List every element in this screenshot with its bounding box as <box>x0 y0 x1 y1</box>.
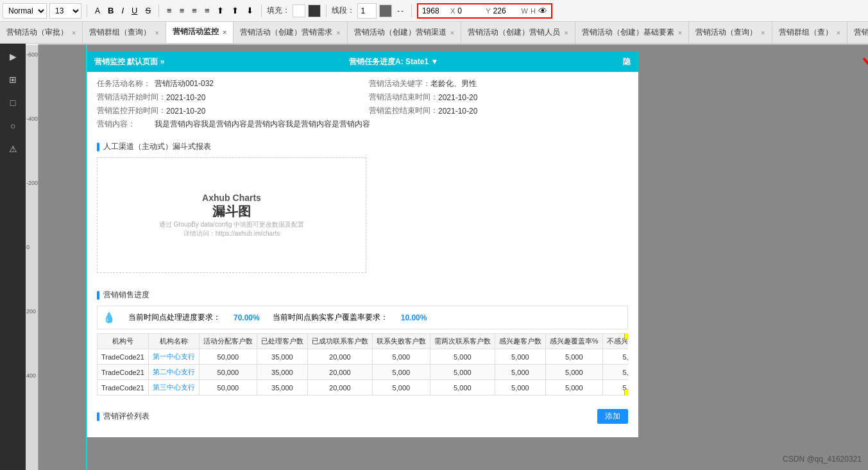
align-right-btn[interactable]: ≡ <box>189 3 200 19</box>
table-cell: 20,000 <box>307 380 372 396</box>
tab-close-9[interactable]: × <box>837 29 840 37</box>
keywords-value: 老龄化、男性 <box>430 78 477 89</box>
tab-close-7[interactable]: × <box>678 29 682 37</box>
canvas-scroll[interactable]: 营销监控 默认页面 » 营销任务进度A: State1 ▼ 隐 任务活动名称： … <box>38 45 868 470</box>
v-ruler-neg600: -600 <box>26 51 38 58</box>
divider3 <box>261 4 262 17</box>
w-coord-input[interactable] <box>493 6 519 15</box>
table-cell[interactable]: 第一中心支行 <box>148 349 199 365</box>
fill-color-btn[interactable] <box>308 4 321 17</box>
align-top-btn[interactable]: ⬆ <box>214 3 226 19</box>
tab-close-6[interactable]: × <box>564 29 568 37</box>
line-color-btn[interactable] <box>379 4 392 17</box>
line-width-input[interactable] <box>357 3 377 19</box>
page-header-right[interactable]: 隐 <box>623 57 631 67</box>
left-sidebar: ▶ ⊞ □ ○ ⚠ <box>0 44 26 470</box>
tab-close-3[interactable]: × <box>223 28 226 36</box>
v-ruler-200: 200 <box>26 308 36 315</box>
main-area: ▶ ⊞ □ ○ ⚠ 0 200 400 600 800 1000 1200 14… <box>0 44 868 470</box>
y-coord-input[interactable] <box>457 6 483 15</box>
w-label: W <box>522 7 528 15</box>
tab-activity-query[interactable]: 营销活动（查询） × <box>689 22 772 44</box>
col-two-contact: 需两次联系客户数 <box>430 334 495 349</box>
col-failed-contact: 联系失败客户数 <box>372 334 430 349</box>
content-row: 营销内容： 我是营销内容我是营销内容是营销内容我是营销内容是营销内容 <box>97 119 628 130</box>
tab-activity-monitor[interactable]: 营销活动监控 × <box>166 22 234 44</box>
tab-activity-create-person[interactable]: 营销活动（创建）营销人员 × <box>461 22 575 44</box>
table-cell: 20,000 <box>307 365 372 380</box>
align-bottom-btn[interactable]: ⬇ <box>244 3 256 19</box>
table-cell: 5,000 <box>495 349 545 365</box>
table-cell[interactable]: 第三中心支行 <box>148 380 199 396</box>
tab-close-8[interactable]: × <box>761 29 765 37</box>
italic-btn[interactable]: I <box>119 3 126 19</box>
table-cell: 5,000 <box>372 349 430 365</box>
tab-activity-create-channel[interactable]: 营销活动（创建）营销渠道 × <box>348 22 461 44</box>
table-cell: 5,000 <box>545 365 602 380</box>
activity-name-row: 任务活动名称： 营销活动001-032 <box>97 78 356 89</box>
coord-box: X Y W H 👁 <box>417 3 552 19</box>
canvas-col: 0 200 400 600 800 1000 1200 1400 1600 18… <box>26 44 868 470</box>
content-value: 我是营销内容我是营销内容是营销内容我是营销内容是营销内容 <box>155 119 370 130</box>
monitor-start-row: 营销监控开始时间： 2021-10-20 <box>97 105 356 116</box>
end-time-label: 营销活动结束时间： <box>369 92 438 103</box>
tab-activity-create-basic[interactable]: 营销活动（创建）基础要素 × <box>575 22 689 44</box>
divider1 <box>87 4 87 17</box>
current-customer-value: 10.00% <box>401 313 427 322</box>
align-center-btn[interactable]: ≡ <box>177 3 187 19</box>
tool-circle[interactable]: ○ <box>3 116 23 136</box>
funnel-section: 人工渠道（主动式）漏斗式报表 Axhub Charts 漏斗图 通过 Group… <box>87 141 638 284</box>
page-header-bar: 营销监控 默认页面 » 营销任务进度A: State1 ▼ 隐 <box>87 51 638 72</box>
align-middle-btn[interactable]: ⬆ <box>229 3 241 19</box>
table-cell: 35,000 <box>257 365 307 380</box>
monitor-start-value: 2021-10-20 <box>166 107 205 116</box>
y-label: Y <box>486 7 490 15</box>
align-justify-btn[interactable]: ≡ <box>202 3 212 19</box>
font-size-select[interactable]: 13 <box>49 3 81 19</box>
tool-select[interactable]: ▶ <box>3 46 23 67</box>
eye-icon: 👁 <box>538 6 547 16</box>
v-ruler-0: 0 <box>26 244 30 250</box>
tab-group-query[interactable]: 营销群组（查询） × <box>83 22 166 44</box>
table-row: TradeCode21第三中心支行50,00035,00020,0005,000… <box>98 380 629 396</box>
tab-activity-audit[interactable]: 营销活动（审批） × <box>0 22 83 44</box>
tab-close-2[interactable]: × <box>155 29 158 37</box>
underline-btn[interactable]: U <box>129 3 140 19</box>
font-color-btn[interactable]: A <box>92 3 103 19</box>
align-left-btn[interactable]: ≡ <box>164 3 174 19</box>
canvas-body: -600 -400 -200 0 200 400 <box>26 45 868 470</box>
tab-close-1[interactable]: × <box>72 29 76 37</box>
divider4 <box>326 4 327 17</box>
tool-grid[interactable]: ⊞ <box>3 69 23 90</box>
x-coord-input[interactable] <box>422 6 448 15</box>
col-allocated: 活动分配客户数 <box>199 334 257 349</box>
tab-close-5[interactable]: × <box>450 29 454 37</box>
v-ruler-400: 400 <box>26 372 36 379</box>
tab-close-4[interactable]: × <box>336 29 340 37</box>
end-time-value: 2021-10-20 <box>438 93 477 102</box>
tab-group3[interactable]: 营销群组 × <box>847 22 868 44</box>
tab-activity-create-demand[interactable]: 营销活动（创建）营销需求 × <box>234 22 347 44</box>
col-org-code: 机构号 <box>98 334 149 349</box>
table-cell: TradeCode21 <box>98 365 149 380</box>
start-time-label: 营销活动开始时间： <box>97 92 166 103</box>
bold-btn[interactable]: B <box>105 3 116 19</box>
yellow-marker-bottom <box>624 389 628 396</box>
water-drop-icon: 💧 <box>103 311 115 324</box>
strikethrough-btn[interactable]: S <box>142 3 153 19</box>
table-cell[interactable]: 第二中心支行 <box>148 365 199 380</box>
left-ruler: -600 -400 -200 0 200 400 <box>26 45 38 470</box>
tool-warning[interactable]: ⚠ <box>3 139 23 159</box>
page-header-center[interactable]: 营销任务进度A: State1 ▼ <box>349 57 438 67</box>
divider5 <box>411 4 412 17</box>
table-cell: 50,000 <box>199 365 257 380</box>
line-style-btn[interactable]: - - <box>395 3 405 19</box>
style-select[interactable]: Normal <box>3 3 47 19</box>
add-evaluation-button[interactable]: 添加 <box>597 409 628 424</box>
table-row: TradeCode21第二中心支行50,00035,00020,0005,000… <box>98 365 629 380</box>
table-cell: 5,000 <box>602 349 628 365</box>
tab-group-query2[interactable]: 营销群组（查） × <box>772 22 847 44</box>
chart-provider: Axhub Charts <box>202 193 261 203</box>
tool-rect[interactable]: □ <box>3 92 23 113</box>
fill-none-btn[interactable] <box>293 4 305 17</box>
